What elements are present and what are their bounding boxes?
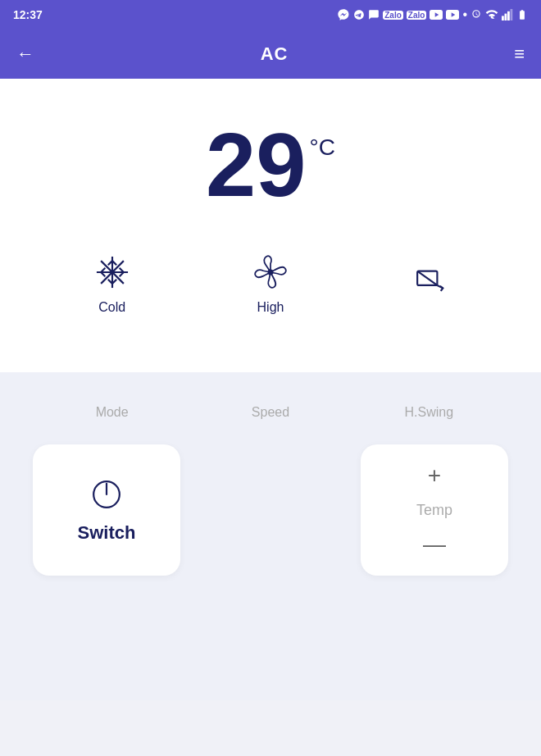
- switch-button-label: Switch: [78, 522, 136, 544]
- high-label: High: [257, 300, 284, 315]
- svg-rect-7: [511, 9, 513, 20]
- mode-icons-row: Cold High: [0, 243, 541, 339]
- svg-point-20: [268, 270, 272, 274]
- mode-label: Mode: [34, 405, 190, 420]
- back-button[interactable]: ←: [16, 43, 34, 65]
- messenger-icon: [337, 8, 350, 21]
- switch-button[interactable]: Switch: [33, 444, 180, 576]
- battery-icon: [516, 9, 528, 20]
- cold-mode-item[interactable]: Cold: [91, 251, 134, 315]
- status-icons: Zalo Zalo •: [337, 7, 528, 22]
- notification-dot: •: [462, 7, 467, 22]
- page-title: AC: [261, 43, 289, 65]
- speed-label: Speed: [192, 405, 348, 420]
- telegram-icon: [353, 9, 365, 20]
- temperature-section: 29 °C: [0, 95, 541, 243]
- chat-icon: [368, 9, 380, 20]
- hswing-label: H.Swing: [351, 405, 507, 420]
- temp-label: Temp: [416, 497, 452, 524]
- temperature-value: 29: [206, 120, 306, 210]
- youtube-icon-2: [446, 10, 459, 20]
- fan-icon: [249, 251, 292, 294]
- zalo-badge-1: Zalo: [383, 11, 403, 20]
- power-icon: [89, 476, 125, 512]
- alarm-icon: [471, 9, 482, 20]
- youtube-icon-1: [430, 10, 443, 20]
- snowflake-icon: [91, 251, 134, 294]
- swing-icon: [407, 258, 450, 301]
- action-buttons-row: Switch + Temp —: [25, 444, 516, 576]
- temp-plus-button[interactable]: +: [361, 455, 508, 496]
- cold-label: Cold: [98, 300, 125, 315]
- high-speed-item[interactable]: High: [249, 251, 292, 315]
- status-time: 12:37: [13, 8, 43, 21]
- menu-button[interactable]: ≡: [514, 45, 525, 63]
- temp-minus-button[interactable]: —: [361, 524, 508, 565]
- svg-rect-5: [505, 14, 507, 20]
- status-bar: 12:37 Zalo Zalo •: [0, 0, 541, 30]
- temp-control: + Temp —: [361, 444, 508, 576]
- svg-rect-6: [507, 11, 510, 20]
- signal-icon: [502, 9, 513, 20]
- wifi-icon: [485, 9, 498, 20]
- temperature-unit: °C: [309, 134, 334, 161]
- zalo-badge-2: Zalo: [407, 11, 427, 20]
- swing-item[interactable]: [407, 258, 450, 307]
- controls-labels: Mode Speed H.Swing: [25, 389, 516, 444]
- main-content: 29 °C: [0, 79, 541, 372]
- header: ← AC ≡: [0, 30, 541, 79]
- svg-rect-4: [502, 16, 504, 20]
- bottom-panel: Mode Speed H.Swing Switch + Temp —: [0, 372, 541, 700]
- svg-line-22: [417, 271, 437, 285]
